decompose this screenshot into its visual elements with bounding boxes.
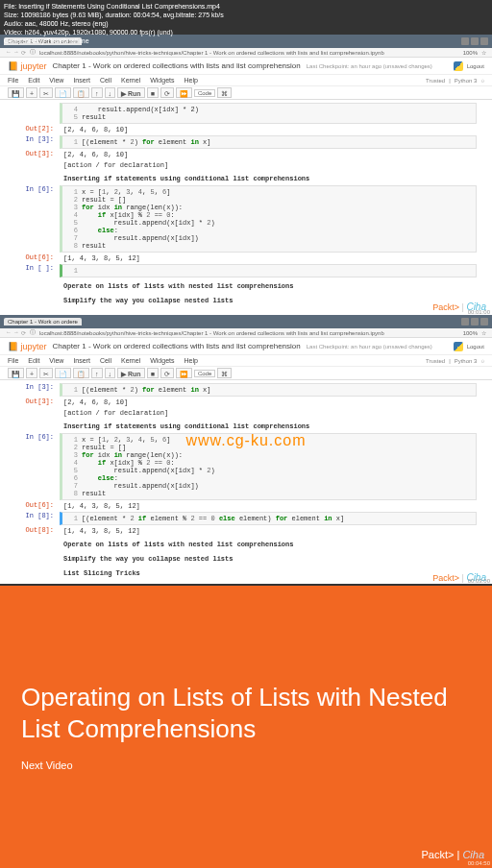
- file-metadata: File: Inserting if Statements Using Cond…: [0, 0, 228, 47]
- paste-button[interactable]: 📋: [73, 87, 89, 98]
- jupyter-logo: 📙 jupyter: [8, 61, 47, 71]
- copy-button[interactable]: 📄: [55, 87, 71, 98]
- menu-help[interactable]: Help: [184, 77, 198, 84]
- stop-button[interactable]: ■: [147, 87, 159, 98]
- security-icon: ⓘ: [30, 48, 36, 57]
- menu-bar: File Edit View Insert Cell Kernel Widget…: [0, 75, 492, 86]
- command-button[interactable]: ⌘: [217, 87, 232, 98]
- cut-button[interactable]: ✂: [39, 87, 53, 98]
- restart-button[interactable]: ⟳: [160, 87, 174, 98]
- menu-edit[interactable]: Edit: [28, 77, 39, 84]
- checkpoint-text: Last Checkpoint: an hour ago (unsaved ch…: [307, 63, 432, 69]
- kernel-name[interactable]: Python 3: [455, 78, 478, 84]
- url-text: localhost:8888/notebooks/python/hive-tri…: [39, 50, 459, 56]
- menu-cell[interactable]: Cell: [100, 77, 111, 84]
- packt-logo: Packt> | Ciha: [421, 849, 484, 860]
- menu-widgets[interactable]: Widgets: [150, 77, 174, 84]
- timestamp-2: 00:03:00: [468, 578, 490, 584]
- save-button[interactable]: 💾: [8, 87, 24, 98]
- screenshot-pane-2: Chapter 1 - Work on ordere ←→⟳ⓘlocalhost…: [0, 315, 492, 584]
- toolbar: 💾 + ✂ 📄 📋 ↑ ↓ ▶ Run ■ ⟳ ⏩ Code ⌘: [0, 86, 492, 100]
- menu-view[interactable]: View: [49, 77, 63, 84]
- star-icon[interactable]: ☆: [481, 49, 486, 56]
- timestamp-3: 00:04:50: [468, 860, 490, 866]
- window-controls[interactable]: [461, 37, 488, 45]
- menu-file[interactable]: File: [8, 77, 18, 84]
- run-button[interactable]: ▶ Run: [117, 87, 145, 98]
- trusted-badge: Trusted: [426, 78, 445, 84]
- next-video-label: Next Video: [21, 760, 471, 771]
- python-icon: [454, 61, 463, 71]
- address-bar[interactable]: ←→⟳ ⓘ localhost:8888/notebooks/python/hi…: [0, 48, 492, 58]
- screenshot-pane-1: Chapter 1 - Work on ordere ←→⟳ ⓘ localho…: [0, 35, 492, 315]
- down-button[interactable]: ↓: [105, 87, 116, 98]
- nav-buttons[interactable]: ←→⟳: [6, 49, 26, 56]
- logout-link[interactable]: Logout: [467, 63, 484, 69]
- celltype-dropdown[interactable]: Code: [194, 89, 215, 97]
- next-video-panel: Operating on Lists of Lists with Nested …: [0, 586, 492, 868]
- jupyter-header: 📙 jupyter Chapter 1 - Work on ordered co…: [0, 58, 492, 75]
- up-button[interactable]: ↑: [91, 87, 103, 98]
- next-video-title: Operating on Lists of Lists with Nested …: [21, 682, 471, 744]
- notebook-body[interactable]: 4 result.append(x[idx] * 2)5result Out[2…: [0, 100, 492, 309]
- add-cell-button[interactable]: +: [26, 87, 37, 98]
- forward-button[interactable]: ⏩: [176, 87, 192, 98]
- menu-insert[interactable]: Insert: [73, 77, 90, 84]
- watermark: www.cg-ku.com: [185, 432, 306, 449]
- notebook-title[interactable]: Chapter 1 - Work on ordered collections …: [53, 61, 301, 70]
- menu-kernel[interactable]: Kernel: [121, 77, 140, 84]
